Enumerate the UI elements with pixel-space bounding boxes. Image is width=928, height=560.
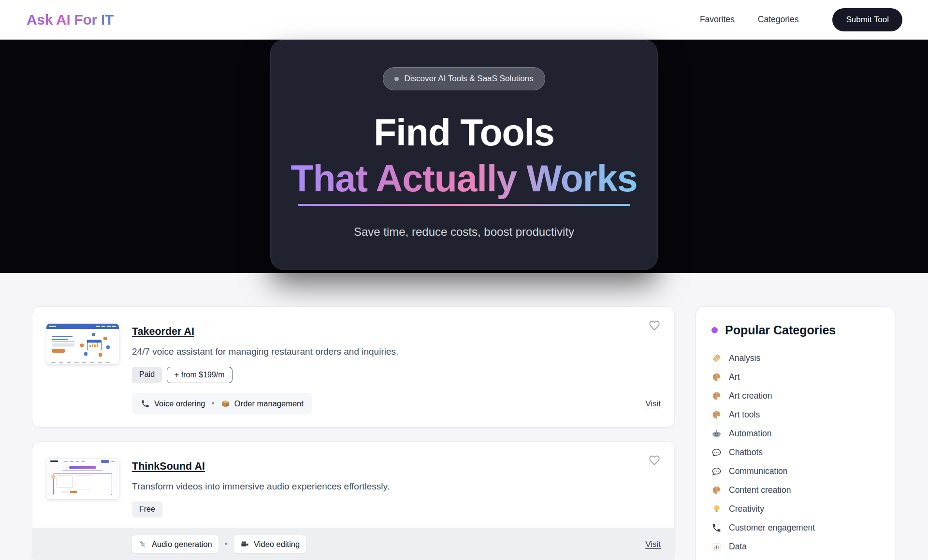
tool-title-link[interactable]: Takeorder AI [132,326,194,337]
category-item-art-creation[interactable]: Art creation [711,387,879,405]
nav-categories[interactable]: Categories [758,14,799,25]
tag-separator: • [212,399,215,409]
category-item-analysis[interactable]: Analysis [711,349,879,368]
hero-subtitle: Save time, reduce costs, boost productiv… [354,225,574,239]
tool-card-takeorder: Takeorder AI 24/7 voice assistant for ma… [32,306,675,428]
tool-thumbnail[interactable] [46,458,119,500]
purple-dot-icon [711,327,718,333]
tag-icon [711,353,722,363]
nav-favorites[interactable]: Favorites [700,14,735,25]
tool-tag: Voice ordering [141,399,205,408]
sidebar-title: Popular Categories [725,323,836,337]
category-item-creativity[interactable]: Creativity [711,500,879,518]
palette-icon [711,391,722,401]
price-badge: + from $199/m [167,367,232,383]
microphone-icon [138,540,147,549]
palette-icon [711,410,722,420]
tool-thumbnail[interactable] [46,323,119,365]
hero-title-line1: Find Tools [374,112,554,153]
tool-title-link[interactable]: ThinkSound AI [132,460,205,472]
phone-icon [141,399,150,408]
category-item-content-creation[interactable]: Content creation [711,481,879,500]
category-list: Analysis Art Art creation Art tools Auto… [711,349,879,560]
visit-link[interactable]: Visit [645,540,661,549]
tool-description: Transform videos into immersive audio ex… [132,481,661,492]
category-item-data[interactable]: Data [711,537,879,556]
tool-tags: Audio generation • Video editing [132,535,306,553]
pricing-badge: Paid [132,367,162,383]
bar-chart-icon [711,542,722,552]
popular-categories-panel: Popular Categories Analysis Art Art crea… [696,306,895,560]
speech-bubble-icon [711,466,722,476]
category-item-art[interactable]: Art [711,368,879,387]
phone-icon [711,523,722,533]
badge-dot-icon [394,77,399,81]
tag-separator: • [225,539,228,549]
package-icon [221,399,230,408]
category-item-communication[interactable]: Communication [711,462,879,481]
favorite-button[interactable] [647,453,662,468]
main-nav: Favorites Categories Submit Tool [700,8,902,31]
tool-tags: Voice ordering • Order management [132,393,312,415]
hero-card: Discover AI Tools & SaaS Solutions Find … [270,40,658,270]
hero-title-line2: That Actually Works [291,156,638,201]
brand-logo[interactable]: Ask AI For IT [27,12,114,28]
category-item-chatbots[interactable]: Chatbots [711,443,879,462]
favorite-button[interactable] [647,318,662,333]
visit-link[interactable]: Visit [645,399,661,409]
speech-bubble-icon [711,447,722,458]
category-item-customer-engagement[interactable]: Customer engagement [711,518,879,537]
bulb-icon [711,504,722,514]
palette-icon [711,485,722,495]
tool-description: 24/7 voice assistant for managing restau… [132,346,661,357]
category-item-art-tools[interactable]: Art tools [711,405,879,424]
tool-card-thinksound: ThinkSound AI Transform videos into imme… [32,441,675,560]
submit-tool-button[interactable]: Submit Tool [832,8,902,31]
hero-badge-label: Discover AI Tools & SaaS Solutions [404,74,533,84]
category-item-data-analysis[interactable]: Data analysis [711,556,879,560]
hero-section: Discover AI Tools & SaaS Solutions Find … [0,40,928,273]
palette-icon [711,372,722,382]
main-content: Takeorder AI 24/7 voice assistant for ma… [0,273,928,560]
tool-tag: Video editing [234,535,306,553]
category-item-automation[interactable]: Automation [711,424,879,443]
heart-icon [648,319,661,331]
heart-icon [648,454,661,466]
tool-tag: Audio generation [132,535,218,553]
top-navbar: Ask AI For IT Favorites Categories Submi… [0,0,928,40]
robot-icon [711,429,722,439]
movie-camera-icon [240,540,249,549]
tools-list: Takeorder AI 24/7 voice assistant for ma… [32,306,675,560]
hero-badge: Discover AI Tools & SaaS Solutions [383,67,545,90]
tool-tag: Order management [221,399,304,408]
gradient-underline [298,204,630,206]
pricing-badge: Free [132,502,162,517]
hero-title: Find Tools That Actually Works [291,110,638,201]
